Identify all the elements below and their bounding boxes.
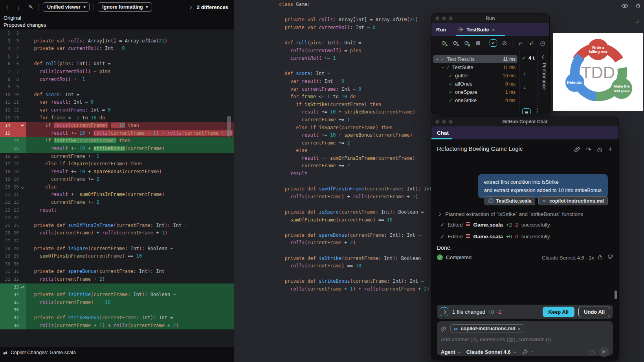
chevron-right-icon[interactable] (437, 212, 441, 216)
chat-titlebar[interactable]: GitHub Copilot Chat (431, 117, 618, 126)
code-line[interactable] (26, 237, 234, 245)
diff-row[interactable]: 2828 private def isSpare(currentFrame: I… (0, 245, 234, 253)
next-test-icon[interactable]: ↓ (523, 84, 526, 90)
chevron-down-icon[interactable] (436, 57, 439, 60)
code-line[interactable]: def roll(pins: Int): Unit = (279, 39, 438, 47)
code-line[interactable]: rolls(currentFrame + 2) (26, 276, 234, 283)
minimize-icon[interactable] (442, 16, 446, 20)
close-icon[interactable] (435, 120, 439, 124)
code-line[interactable]: var currentFrame: Int = 0 (279, 86, 438, 93)
diff-row[interactable]: 1010 def score: Int = (0, 91, 234, 99)
diff-row[interactable]: 2222 currentFrame += 2 (0, 199, 234, 207)
code-line[interactable] (26, 29, 234, 37)
gear-icon[interactable]: ⚙ (636, 2, 641, 9)
code-line[interactable]: rolls(currentRoll) = pins (26, 68, 234, 76)
diff-row[interactable]: 2424 (0, 214, 234, 222)
code-line[interactable]: sumOfPinsInFrame(currentFrame) == 10 (26, 252, 234, 260)
test-tree-row[interactable]: ✓oneStrike0 ms (431, 96, 519, 104)
code-line[interactable]: rolls(currentFrame) + rolls(currentFrame… (26, 229, 234, 237)
code-line[interactable]: result += sumOfPinsInFrame(currentFrame) (26, 191, 234, 199)
eye-icon[interactable] (621, 4, 628, 8)
diff-row[interactable]: 35 rolls(currentFrame) == 10 (0, 299, 234, 307)
test-tree-row[interactable]: ✓oneSpare1 ms (431, 88, 519, 96)
diff-row[interactable]: 1111 var result: Int = 0 (0, 99, 234, 106)
diff-row[interactable]: 1212 var currentFrame: Int = 0 (0, 106, 234, 114)
diff-row[interactable]: 2727 (0, 237, 234, 245)
tab-run[interactable]: Run (436, 27, 446, 33)
diff-row[interactable]: 37 private def strikeBonus(currentFrame:… (0, 314, 234, 322)
previous-change-icon[interactable]: ↑ (3, 4, 11, 11)
code-line[interactable] (279, 62, 438, 70)
code-line[interactable]: result += sumOfPinsInFrame(currentFrame) (279, 155, 438, 163)
attach-icon[interactable] (574, 146, 580, 152)
code-line[interactable]: else (26, 183, 234, 191)
code-line[interactable]: currentRoll += 1 (26, 76, 234, 84)
test-tree-row[interactable]: ✓gutter10 ms (431, 71, 519, 80)
show-passed-icon[interactable]: ✓ (490, 39, 497, 47)
copilot-changes-icon[interactable]: ⇄ (3, 350, 7, 356)
rerun-icon[interactable]: ⟳ (440, 39, 448, 47)
code-line[interactable]: rolls(currentFrame + 1) + rolls(currentF… (279, 285, 438, 293)
diff-row[interactable]: 1818 result += 10 + spareBonus(currentFr… (0, 168, 234, 176)
code-line[interactable]: result += 10 + strikeBonus(currentFrame) (26, 145, 234, 153)
code-line[interactable]: private var currentRoll: Int = 0 (279, 24, 438, 32)
code-line[interactable]: private def spareBonus(currentFrame: Int… (279, 232, 438, 240)
code-line[interactable]: rolls(currentFrame + 1) + rolls(currentF… (26, 322, 234, 330)
diff-row[interactable]: 66 def roll(pins: Int): Unit = (0, 60, 234, 68)
diff-row[interactable]: 2626 rolls(currentFrame) + rolls(current… (0, 229, 234, 237)
code-line[interactable]: result += 10 + strikeBonus(currentFrame) (279, 108, 438, 116)
diff-row[interactable]: 88 currentRoll += 1 (0, 76, 234, 84)
diff-row[interactable]: 33 (0, 283, 234, 291)
window-controls[interactable] (435, 16, 453, 20)
usage-gauge-icon[interactable]: ◔ (530, 349, 534, 355)
diff-row[interactable]: 44 private var currentRoll: Int = 0 (0, 45, 234, 53)
code-line[interactable]: private def sumOfPinsInFrame(currentFram… (279, 185, 438, 193)
attachment-instructions[interactable]: M↓ copilot-instructions.md (538, 196, 608, 205)
code-line[interactable]: private def isSpare(currentFrame: Int): … (26, 245, 234, 253)
attachment-testsuite[interactable]: TestSuite.scala (484, 196, 535, 205)
remove-chip-icon[interactable]: × (518, 326, 521, 332)
diff-row[interactable]: 3232 rolls(currentFrame + 2) (0, 276, 234, 283)
code-line[interactable]: result += 10 + spareBonus(currentFrame) (26, 168, 234, 176)
history-icon[interactable]: ◷ (597, 146, 602, 153)
code-line[interactable] (279, 270, 438, 278)
history-icon[interactable]: ◷ (539, 39, 547, 47)
diff-row[interactable]: 33 private val rolls: Array[Int] = Array… (0, 37, 234, 45)
code-line[interactable]: rolls(currentFrame) + rolls(currentFrame… (279, 193, 438, 201)
code-line[interactable]: private val rolls: Array[Int] = Array.of… (26, 37, 234, 45)
edited-file-link[interactable]: Game.scala (473, 234, 503, 240)
code-line[interactable]: sumOfPinsInFrame(currentFrame) == 10 (279, 216, 438, 224)
code-line[interactable]: private val rolls: Array[Int] = Array.of… (279, 16, 438, 24)
code-line[interactable]: currentFrame += 2 (26, 199, 234, 207)
planned-extraction-row[interactable]: Planned extraction of `isStrike` and `st… (438, 211, 583, 217)
diff-row[interactable]: 2323 result (0, 207, 234, 214)
code-line[interactable]: private var currentRoll: Int = 0 (26, 45, 234, 53)
code-line[interactable]: var result: Int = 0 (279, 78, 438, 86)
diff-row[interactable]: 2121 result += sumOfPinsInFrame(currentF… (0, 191, 234, 199)
show-ignored-icon[interactable]: ⊘ (501, 39, 508, 47)
diff-row[interactable]: 1616 currentFrame += 1 (0, 153, 234, 161)
code-line[interactable]: currentFrame += 2 (279, 139, 438, 147)
diff-row[interactable]: 1919 currentFrame += 2 (0, 176, 234, 183)
expand-changes-icon[interactable] (440, 307, 448, 316)
thumbs-up-icon[interactable] (597, 254, 603, 260)
code-line[interactable]: result += 10 + spareBonus(currentFrame) (279, 132, 438, 139)
code-line[interactable] (279, 201, 438, 208)
diff-row[interactable]: 34 private def isStrike(currentFrame: In… (0, 291, 234, 299)
code-line[interactable] (26, 260, 234, 268)
code-line[interactable]: private def strikeBonus(currentFrame: In… (279, 278, 438, 285)
next-change-icon[interactable]: ↓ (15, 4, 23, 11)
attach-icon[interactable] (441, 326, 447, 332)
mode-selector[interactable]: Agent (441, 349, 461, 355)
test-tree-row[interactable]: ✓TestSuite11 ms (431, 63, 519, 71)
edited-file-link[interactable]: Game.scala (473, 222, 503, 228)
code-line[interactable]: rolls(currentFrame) == 10 (26, 299, 234, 307)
code-line[interactable]: if isStrike(currentFrame) then (279, 101, 438, 109)
code-line[interactable]: currentRoll += 1 (279, 55, 438, 62)
code-line[interactable]: if isStrike(currentFrame) then (26, 137, 234, 145)
rerun-all-icon[interactable]: ⟳ (451, 39, 459, 47)
diff-row[interactable]: 77 rolls(currentRoll) = pins (0, 68, 234, 76)
diff-row[interactable]: 2020 else (0, 183, 234, 191)
diff-row[interactable]: 3131 private def spareBonus(currentFrame… (0, 268, 234, 276)
rerun-failed-icon[interactable]: ⟳ (463, 39, 471, 47)
